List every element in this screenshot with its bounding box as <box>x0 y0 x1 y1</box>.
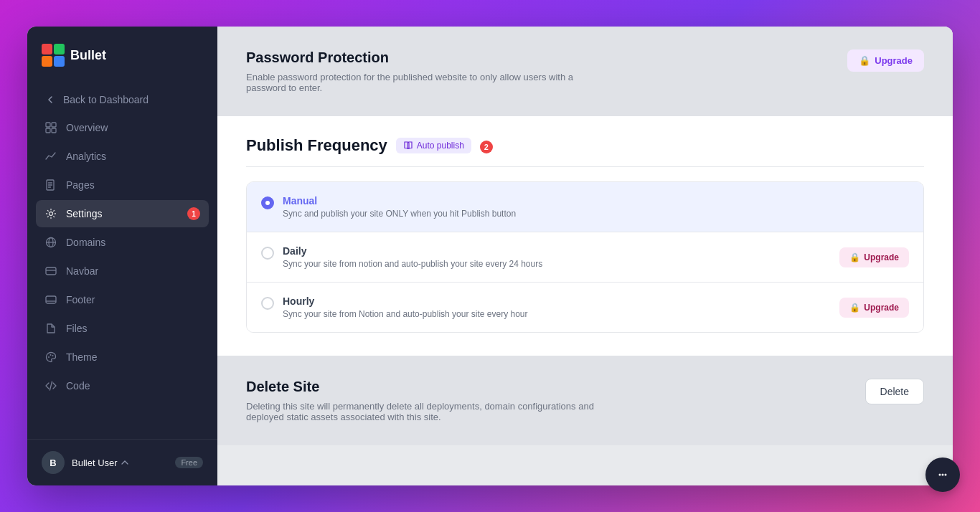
svg-rect-14 <box>46 296 56 303</box>
hourly-upgrade-button[interactable]: 🔒 Upgrade <box>839 298 909 318</box>
svg-point-16 <box>48 356 50 358</box>
svg-point-8 <box>50 212 53 216</box>
svg-rect-0 <box>46 123 50 127</box>
divider <box>246 166 924 167</box>
publish-frequency-title: Publish Frequency <box>246 136 387 155</box>
svg-point-17 <box>50 354 52 356</box>
option-daily[interactable]: Daily Sync your site from notion and aut… <box>247 232 923 283</box>
logo-icon <box>42 44 65 67</box>
domains-icon <box>44 236 57 249</box>
theme-icon <box>44 351 57 364</box>
option-daily-name: Daily <box>283 245 831 257</box>
user-name: Bullet User <box>72 458 168 468</box>
option-daily-content: Daily Sync your site from notion and aut… <box>283 245 831 269</box>
sidebar-item-pages[interactable]: Pages <box>36 171 209 199</box>
delete-site-desc: Deleting this site will permanently dele… <box>246 401 605 422</box>
sidebar-item-overview[interactable]: Overview <box>36 114 209 141</box>
chat-icon <box>935 467 951 483</box>
svg-point-21 <box>942 474 944 476</box>
plan-badge: Free <box>175 457 203 468</box>
sidebar-nav: Back to Dashboard Overview <box>27 81 217 439</box>
avatar: B <box>42 451 65 474</box>
frequency-options: Manual Sync and publish your site ONLY w… <box>246 181 924 333</box>
analytics-icon <box>44 150 57 163</box>
lock-icon-hourly: 🔒 <box>849 303 860 313</box>
files-label: Files <box>66 323 88 334</box>
svg-point-22 <box>945 474 947 476</box>
domains-label: Domains <box>66 237 105 248</box>
svg-rect-1 <box>52 123 56 127</box>
user-info: Bullet User <box>72 458 168 468</box>
lock-icon-daily: 🔒 <box>849 252 860 262</box>
analytics-label: Analytics <box>66 151 106 162</box>
option-hourly[interactable]: Hourly Sync your site from Notion and au… <box>247 283 923 332</box>
option-manual[interactable]: Manual Sync and publish your site ONLY w… <box>247 182 923 232</box>
option-daily-desc: Sync your site from notion and auto-publ… <box>283 259 831 269</box>
radio-daily[interactable] <box>261 247 274 260</box>
password-protection-title: Password Protection <box>246 49 605 66</box>
password-protection-desc: Enable password protection for the publi… <box>246 72 605 93</box>
chevron-up-icon <box>121 458 129 467</box>
pages-icon <box>44 179 57 191</box>
password-protection-section: Password Protection Enable password prot… <box>217 27 953 116</box>
publish-frequency-section: Publish Frequency Auto publish 2 Manual <box>217 116 953 356</box>
theme-label: Theme <box>66 351 98 363</box>
navbar-label: Navbar <box>66 265 98 277</box>
sidebar-footer: B Bullet User Free <box>27 439 217 485</box>
chat-button[interactable] <box>925 458 960 492</box>
logo-text: Bullet <box>70 48 106 63</box>
svg-rect-3 <box>52 128 56 133</box>
overview-label: Overview <box>66 122 108 133</box>
lock-icon: 🔒 <box>859 55 870 66</box>
svg-point-18 <box>52 355 54 356</box>
svg-line-19 <box>50 381 52 390</box>
arrow-left-icon <box>44 94 56 105</box>
option-manual-name: Manual <box>283 195 909 207</box>
back-to-dashboard[interactable]: Back to Dashboard <box>36 87 209 113</box>
footer-icon <box>44 293 57 306</box>
navbar-icon <box>44 265 57 278</box>
sidebar-item-files[interactable]: Files <box>36 315 209 342</box>
radio-manual[interactable] <box>261 196 274 209</box>
option-manual-content: Manual Sync and publish your site ONLY w… <box>283 195 909 219</box>
settings-badge: 1 <box>187 207 200 220</box>
delete-button[interactable]: Delete <box>865 379 924 404</box>
sidebar-item-domains[interactable]: Domains <box>36 229 209 256</box>
svg-point-20 <box>939 474 941 476</box>
daily-upgrade-button[interactable]: 🔒 Upgrade <box>839 247 909 267</box>
svg-rect-12 <box>46 267 56 275</box>
option-hourly-content: Hourly Sync your site from Notion and au… <box>283 295 831 319</box>
sidebar-item-theme[interactable]: Theme <box>36 343 209 371</box>
auto-publish-badge: Auto publish <box>396 138 471 153</box>
sidebar-item-footer[interactable]: Footer <box>36 286 209 313</box>
settings-label: Settings <box>66 208 103 219</box>
footer-label: Footer <box>66 294 95 305</box>
back-label: Back to Dashboard <box>63 94 149 105</box>
overview-icon <box>44 121 57 134</box>
sidebar-item-navbar[interactable]: Navbar <box>36 257 209 285</box>
files-icon <box>44 322 57 335</box>
sidebar-item-code[interactable]: Code <box>36 372 209 399</box>
logo: Bullet <box>27 27 217 81</box>
option-hourly-desc: Sync your site from Notion and auto-publ… <box>283 309 831 319</box>
delete-site-section: Delete Site Deleting this site will perm… <box>217 356 953 445</box>
main-content: Password Protection Enable password prot… <box>217 27 953 485</box>
delete-site-title: Delete Site <box>246 379 605 395</box>
sidebar-item-analytics[interactable]: Analytics <box>36 143 209 170</box>
settings-icon <box>44 207 57 220</box>
option-hourly-name: Hourly <box>283 295 831 307</box>
pages-label: Pages <box>66 179 95 191</box>
password-upgrade-button[interactable]: 🔒 Upgrade <box>847 49 924 72</box>
option-manual-desc: Sync and publish your site ONLY when you… <box>283 209 909 219</box>
svg-rect-2 <box>46 128 50 133</box>
book-icon <box>403 141 413 151</box>
code-icon <box>44 379 57 392</box>
radio-hourly[interactable] <box>261 297 274 310</box>
frequency-badge-count: 2 <box>480 141 493 153</box>
code-label: Code <box>66 380 90 392</box>
sidebar: Bullet Back to Dashboard <box>27 27 217 485</box>
sidebar-item-settings[interactable]: Settings 1 <box>36 200 209 227</box>
